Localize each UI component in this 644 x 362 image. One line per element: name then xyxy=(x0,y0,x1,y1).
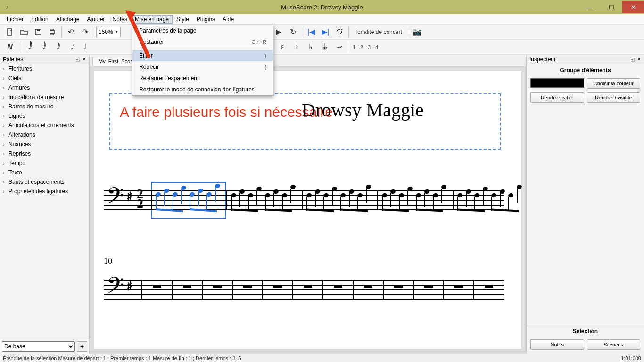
menu-fichier[interactable]: Fichier xyxy=(3,15,27,24)
menuitem-restaurer[interactable]: RestaurerCtrl+R xyxy=(132,36,273,48)
whole-rest xyxy=(183,285,191,288)
minimize-button[interactable]: — xyxy=(579,1,601,13)
svg-rect-0 xyxy=(7,29,12,35)
palette-item-alt-rations[interactable]: ›Altérations xyxy=(0,130,89,140)
chevron-right-icon: › xyxy=(3,123,8,128)
repeat-end-button[interactable]: ▶| xyxy=(319,25,332,39)
menu-notes[interactable]: Notes xyxy=(109,15,131,24)
make-invisible-button[interactable]: Rendre invisible xyxy=(587,92,641,103)
duration-8th-button[interactable]: 𝅘𝅥𝅮 xyxy=(64,41,77,54)
undo-button[interactable]: ↶ xyxy=(64,25,77,39)
svg-rect-2 xyxy=(37,29,40,31)
inspector-selection-label: Sélection xyxy=(527,325,644,337)
duration-32nd-button[interactable]: 𝅘𝅥𝅱 xyxy=(36,41,49,54)
palette-item-texte[interactable]: ›Texte xyxy=(0,168,89,177)
palettes-undock-icon[interactable]: ◱ xyxy=(75,56,80,62)
menuitem--tirer[interactable]: Étirer} xyxy=(132,50,273,61)
inspector-close-icon[interactable]: ✕ xyxy=(637,56,641,62)
duration-64th-button[interactable]: 𝅘𝅥𝅲 xyxy=(22,41,35,54)
whole-rest xyxy=(153,285,161,288)
palettes-close-icon[interactable]: ✕ xyxy=(82,56,86,62)
whole-rest xyxy=(424,285,433,288)
statusbar: Étendue de la sélection Mesure de départ… xyxy=(0,354,644,362)
palette-item-sauts-et-espacements[interactable]: ›Sauts et espacements xyxy=(0,177,89,187)
print-button[interactable] xyxy=(46,25,59,39)
svg-rect-4 xyxy=(51,29,54,31)
chevron-right-icon: › xyxy=(3,66,8,72)
palette-add-button[interactable]: + xyxy=(77,341,87,352)
chevron-right-icon: › xyxy=(3,114,8,119)
voice-4-button[interactable]: 4 xyxy=(373,41,380,54)
note-input-mode-button[interactable]: N xyxy=(3,41,17,54)
palette-workspace-select[interactable]: De base xyxy=(2,341,75,352)
screenshot-button[interactable]: 📷 xyxy=(411,25,424,39)
voice-2-button[interactable]: 2 xyxy=(358,41,365,54)
chevron-right-icon: › xyxy=(3,132,8,138)
palette-item-tempo[interactable]: ›Tempo xyxy=(0,158,89,168)
metronome-button[interactable]: ⏱ xyxy=(333,25,346,39)
titlebar: ♪ MuseScore 2: Drowsy Maggie — ☐ ✕ xyxy=(0,0,644,14)
palette-item-armures[interactable]: ›Armures xyxy=(0,83,89,92)
flip-button[interactable]: ⤻ xyxy=(332,41,346,54)
duration-quarter-button[interactable]: ♩ xyxy=(78,41,91,54)
zoom-select[interactable]: 150%▼ xyxy=(96,27,121,37)
color-swatch[interactable] xyxy=(530,78,584,88)
palette-item-nuances[interactable]: ›Nuances xyxy=(0,140,89,149)
inspector-header: Inspecteur ◱ ✕ xyxy=(527,55,644,64)
menu-ajouter[interactable]: Ajouter xyxy=(83,15,109,24)
inspector-undock-icon[interactable]: ◱ xyxy=(630,56,635,62)
redo-button[interactable]: ↷ xyxy=(78,25,91,39)
flat-button[interactable]: ♭ xyxy=(304,41,317,54)
palette-item-articulations-et-ornements[interactable]: ›Articulations et ornements xyxy=(0,121,89,130)
palette-item-barres-de-mesure[interactable]: ›Barres de mesure xyxy=(0,102,89,111)
menuitem-param-tres-de-la-page[interactable]: Paramètres de la page xyxy=(132,25,273,36)
toolbar-note-input: N 𝅘𝅥𝅲 𝅘𝅥𝅱 𝅘𝅥𝅰 𝅘𝅥𝅮 ♩ 𝄽 𝄇 ♯ ♮ ♭ 𝄫 ⤻ 1234 xyxy=(0,40,644,55)
concert-pitch-label[interactable]: Tonalité de concert xyxy=(351,29,406,35)
chevron-right-icon: › xyxy=(3,170,8,175)
select-notes-button[interactable]: Notes xyxy=(530,339,584,350)
palettes-header: Palettes ◱ ✕ xyxy=(0,55,89,64)
menu-plugins[interactable]: Plugins xyxy=(193,15,219,24)
double-flat-button[interactable]: 𝄫 xyxy=(318,41,331,54)
key-signature: ♯ xyxy=(126,279,132,294)
whole-rest xyxy=(394,285,403,288)
menuitem-r-tr-cir[interactable]: Rétrécir{ xyxy=(132,61,273,73)
voice-3-button[interactable]: 3 xyxy=(366,41,372,54)
select-rests-button[interactable]: Silences xyxy=(587,339,641,350)
palette-item-reprises[interactable]: ›Reprises xyxy=(0,149,89,158)
sharp-button[interactable]: ♯ xyxy=(276,41,289,54)
whole-rest xyxy=(454,285,463,288)
menu-style[interactable]: Style xyxy=(173,15,193,24)
whole-rest xyxy=(304,285,312,288)
new-file-button[interactable] xyxy=(3,25,17,39)
maximize-button[interactable]: ☐ xyxy=(601,1,622,13)
zoom-value: 150% xyxy=(99,29,113,35)
palette-item-clefs[interactable]: ›Clefs xyxy=(0,74,89,83)
natural-button[interactable]: ♮ xyxy=(290,41,303,54)
palette-item-indications-de-mesure[interactable]: ›Indications de mesure xyxy=(0,92,89,102)
voice-1-button[interactable]: 1 xyxy=(351,41,357,54)
menuitem-restaurer-le-mode-de-connexion-des-ligatures[interactable]: Restaurer le mode de connexion des ligat… xyxy=(132,84,273,95)
make-visible-button[interactable]: Rendre visible xyxy=(530,92,584,103)
score-view: My_First_Score A faire plusieurs fois si… xyxy=(90,55,526,354)
save-file-button[interactable] xyxy=(32,25,45,39)
menu-mise-en-page[interactable]: Mise en page xyxy=(131,15,173,24)
menuitem-restaurer-l-espacement[interactable]: Restaurer l'espacement xyxy=(132,73,273,84)
menu-aide[interactable]: Aide xyxy=(219,15,238,24)
menu-affichage[interactable]: Affichage xyxy=(52,15,83,24)
palette-item-fioritures[interactable]: ›Fioritures xyxy=(0,64,89,74)
open-file-button[interactable] xyxy=(17,25,31,39)
inspector-group-label: Groupe d'éléments xyxy=(527,64,644,76)
palette-item-lignes[interactable]: ›Lignes xyxy=(0,111,89,121)
close-button[interactable]: ✕ xyxy=(622,1,644,13)
palettes-title: Palettes xyxy=(3,56,23,63)
loop-button[interactable]: ↻ xyxy=(286,25,299,39)
play-button[interactable]: ▶ xyxy=(272,25,285,39)
whole-rest xyxy=(485,285,493,288)
duration-16th-button[interactable]: 𝅘𝅥𝅰 xyxy=(50,41,63,54)
menu--dition[interactable]: Édition xyxy=(27,15,52,24)
score-area[interactable]: A faire plusieurs fois si nécessaire Dro… xyxy=(90,66,526,354)
choose-color-button[interactable]: Choisir la couleur xyxy=(587,78,641,89)
palette-item-propri-t-s-des-ligatures[interactable]: ›Propriétés des ligatures xyxy=(0,187,89,196)
repeat-start-button[interactable]: |◀ xyxy=(305,25,318,39)
